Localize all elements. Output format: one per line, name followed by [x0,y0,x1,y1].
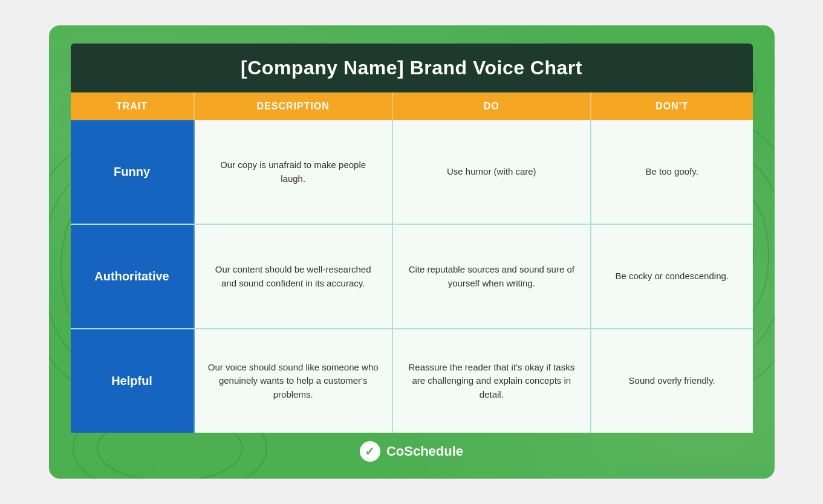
do-authoritative: Cite reputable sources and sound sure of… [393,225,591,328]
desc-funny: Our copy is unafraid to make people laug… [195,120,393,224]
trait-funny-label: Funny [114,165,150,179]
brand-name: CoSchedule [386,444,463,459]
table-row: Authoritative Our content should be well… [71,225,753,329]
desc-authoritative: Our content should be well-researched an… [195,225,393,328]
table-row: Helpful Our voice should sound like some… [71,329,753,433]
do-helpful: Reassure the reader that it's okay if ta… [393,329,591,433]
dont-helpful: Sound overly friendly. [591,329,753,433]
header-do: DO [393,92,591,120]
trait-authoritative: Authoritative [71,225,195,328]
footer: ✓ CoSchedule [360,433,463,464]
brand-voice-chart-container: [Company Name] Brand Voice Chart TRAIT D… [49,25,775,479]
header-dont: DON'T [591,92,753,120]
desc-helpful: Our voice should sound like someone who … [195,329,393,433]
check-icon: ✓ [365,444,375,459]
dont-funny: Be too goofy. [591,120,753,224]
chart-body: Funny Our copy is unafraid to make peopl… [71,120,753,433]
chart-title: [Company Name] Brand Voice Chart [83,57,741,79]
do-funny: Use humor (with care) [393,120,591,224]
chart-title-row: [Company Name] Brand Voice Chart [71,44,753,92]
trait-helpful-label: Helpful [111,374,152,388]
chart-wrapper: [Company Name] Brand Voice Chart TRAIT D… [71,44,753,433]
coschedule-logo: ✓ [360,441,380,462]
chart-header-row: TRAIT DESCRIPTION DO DON'T [71,92,753,120]
header-trait: TRAIT [71,92,195,120]
trait-authoritative-label: Authoritative [94,270,169,283]
trait-helpful: Helpful [71,329,195,433]
dont-authoritative: Be cocky or condescending. [591,225,753,328]
trait-funny: Funny [71,120,195,224]
header-description: DESCRIPTION [195,92,393,120]
table-row: Funny Our copy is unafraid to make peopl… [71,120,753,225]
